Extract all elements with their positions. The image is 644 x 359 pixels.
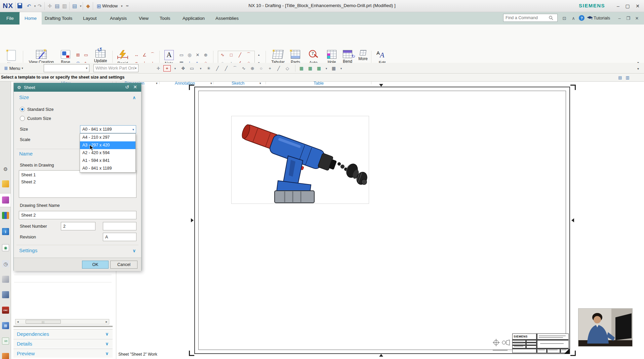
- size-combo[interactable]: A0 - 841 x 1189 ▾: [80, 125, 136, 133]
- process-studio-icon[interactable]: [2, 276, 9, 283]
- name-section-header[interactable]: Name: [19, 151, 33, 156]
- copy-icon[interactable]: ▤: [54, 3, 61, 9]
- doc-minimize-icon[interactable]: –: [616, 15, 623, 21]
- snap-point-icon[interactable]: ✛: [155, 65, 162, 72]
- intersection-point-icon[interactable]: ⊕: [249, 65, 256, 72]
- cancel-button[interactable]: Cancel: [110, 261, 137, 269]
- cue-clip-icon[interactable]: ▥: [625, 75, 631, 80]
- size-option-a4[interactable]: A4 - 210 x 297: [80, 134, 135, 141]
- radial-dimension-icon[interactable]: ⌒: [149, 51, 156, 58]
- doc-restore-icon[interactable]: ❐: [625, 15, 632, 21]
- drawing-view-drill[interactable]: [231, 116, 369, 204]
- circle-center-icon[interactable]: ○: [257, 65, 265, 72]
- properties-icon[interactable]: ▤: [71, 3, 78, 9]
- ok-button[interactable]: OK: [82, 261, 109, 269]
- delete-annotation-icon[interactable]: ✕: [194, 51, 201, 58]
- minimize-ribbon-icon[interactable]: ∧: [570, 15, 577, 21]
- standard-size-radio[interactable]: [20, 107, 25, 112]
- qat-customize-icon[interactable]: ≂: [126, 4, 129, 8]
- group-label-sketch[interactable]: Sketch: [218, 81, 258, 86]
- selection-filter-combo[interactable]: ▾: [44, 64, 89, 72]
- redo-icon[interactable]: ↷: [36, 3, 43, 9]
- tutorials-link[interactable]: Tutorials: [594, 15, 610, 20]
- end-point-icon[interactable]: ╱: [214, 65, 221, 72]
- group-dropdown-icon[interactable]: ▾: [156, 82, 158, 85]
- tab-drafting-tools[interactable]: Drafting Tools: [40, 12, 77, 25]
- dependencies-section[interactable]: Dependencies ∨: [13, 329, 113, 338]
- undo-icon[interactable]: ↶: [26, 3, 32, 9]
- point-on-curve-icon[interactable]: ╱: [275, 65, 282, 72]
- fullscreen-icon[interactable]: ⊡: [561, 15, 568, 21]
- properties-dropdown-icon[interactable]: ▾: [77, 3, 84, 9]
- custom-size-label[interactable]: Custom Size: [27, 116, 51, 121]
- tab-home[interactable]: Home: [19, 12, 42, 25]
- chevron-down-icon[interactable]: ▾: [337, 65, 345, 72]
- sheet-zones-icon[interactable]: ▦: [315, 65, 323, 72]
- standard-size-label[interactable]: Standard Size: [27, 107, 54, 112]
- chevron-down-icon[interactable]: ▾: [171, 65, 179, 72]
- selection-ball-icon[interactable]: ⌖: [163, 65, 171, 72]
- toolbar-options-icon[interactable]: ▾: [637, 67, 639, 71]
- tab-analysis[interactable]: Analysis: [105, 12, 132, 25]
- paste-icon[interactable]: ▥: [61, 3, 68, 9]
- group-label-annotation[interactable]: Annotation: [161, 81, 208, 86]
- angular-dimension-icon[interactable]: ∠: [141, 51, 148, 58]
- reuse-library-icon[interactable]: [2, 212, 9, 219]
- drawing-sheet-name-input[interactable]: Sheet 2: [19, 211, 136, 219]
- list-item[interactable]: Sheet 1: [21, 172, 36, 179]
- tangent-point-icon[interactable]: ∿: [240, 65, 247, 72]
- help-icon[interactable]: ?: [579, 15, 585, 21]
- save-icon[interactable]: [17, 3, 22, 8]
- size-option-a3-selected[interactable]: A3 - 297 x 420: [80, 141, 135, 149]
- point-on-surface-icon[interactable]: ◇: [284, 65, 291, 72]
- preview-section[interactable]: Preview ∨: [13, 349, 113, 358]
- tab-layout[interactable]: Layout: [78, 12, 102, 25]
- manufacturing-wizard-icon[interactable]: [2, 291, 9, 298]
- scrollbar-thumb[interactable]: |||: [26, 320, 61, 324]
- move-object-icon[interactable]: ✥: [179, 65, 187, 72]
- list-item[interactable]: Sheet 2: [21, 179, 36, 186]
- minimize-button[interactable]: –: [614, 3, 622, 9]
- sheet-number-secondary-input[interactable]: [103, 222, 136, 230]
- section-view-icon[interactable]: ▭: [83, 51, 89, 58]
- chevron-down-icon[interactable]: ▾: [323, 65, 330, 72]
- web-browser-icon[interactable]: i: [2, 228, 9, 235]
- cue-doc-icon[interactable]: ▤: [617, 75, 623, 80]
- find-command-box[interactable]: [503, 14, 558, 22]
- quadrant-point-icon[interactable]: +: [266, 65, 274, 72]
- panel-divider[interactable]: [13, 326, 113, 327]
- maximize-button[interactable]: ▢: [624, 3, 631, 9]
- size-section-header[interactable]: Size: [19, 94, 29, 100]
- grid-display-icon[interactable]: ▦: [330, 65, 337, 72]
- tab-view[interactable]: View: [134, 12, 154, 25]
- part-navigator-icon[interactable]: [2, 196, 9, 204]
- simulation-mesh-icon[interactable]: ▦: [2, 322, 9, 329]
- presenter-video[interactable]: [578, 308, 633, 347]
- history-icon[interactable]: ◷: [2, 260, 9, 267]
- cut-icon[interactable]: ✛: [46, 3, 53, 9]
- show-shortcuts-icon[interactable]: ▭: [188, 65, 196, 72]
- tab-tools[interactable]: Tools: [155, 12, 175, 25]
- rectangle-icon[interactable]: □: [228, 51, 235, 58]
- projected-view-icon[interactable]: ⊞: [75, 51, 81, 58]
- settings-section-header[interactable]: Settings: [19, 248, 37, 253]
- find-command-input[interactable]: [504, 15, 549, 20]
- sheets-listbox[interactable]: Sheet 1 Sheet 2: [19, 170, 136, 198]
- scroll-right-icon[interactable]: ►: [104, 320, 109, 323]
- close-icon[interactable]: ✕: [133, 84, 137, 90]
- size-option-a2[interactable]: A2 - 420 x 594: [80, 149, 135, 157]
- sheet-view-icon[interactable]: ▦: [298, 65, 305, 72]
- custom-size-radio[interactable]: [20, 116, 25, 121]
- chevron-down-icon[interactable]: ▾: [197, 65, 204, 72]
- group-dropdown-icon[interactable]: ▾: [259, 82, 261, 85]
- window-dropdown-icon[interactable]: ▾: [121, 4, 123, 8]
- tab-assemblies[interactable]: Assemblies: [210, 12, 244, 25]
- title-block[interactable]: SIEMENS: [512, 333, 569, 353]
- cnc-machining-icon[interactable]: CNC: [2, 307, 9, 314]
- touch-mode-icon[interactable]: ◆: [85, 3, 91, 9]
- scroll-left-icon[interactable]: ◄: [15, 320, 20, 323]
- hd3d-tools-icon[interactable]: ◉: [2, 244, 9, 251]
- chevron-up-icon[interactable]: ∧: [132, 95, 136, 100]
- size-option-a0[interactable]: A0 - 841 x 1189: [80, 165, 135, 172]
- menu-button[interactable]: ≣ Menu ▾: [3, 64, 25, 72]
